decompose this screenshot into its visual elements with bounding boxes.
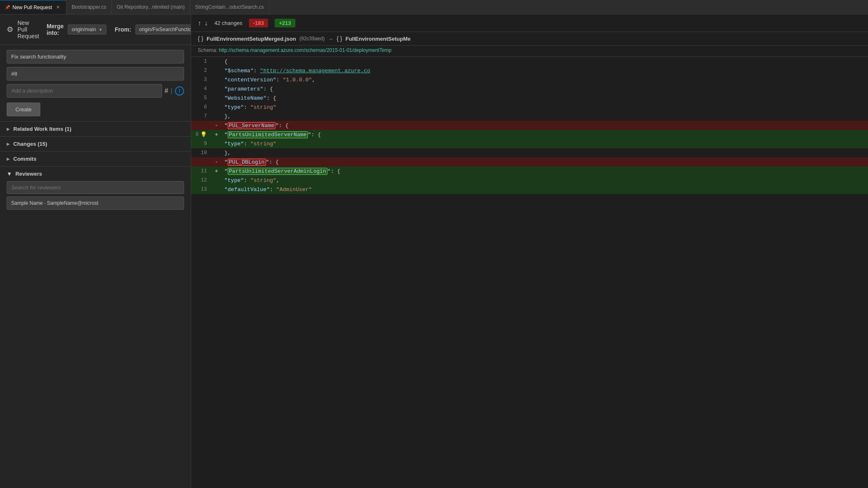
right-panel: ↑ ↓ 42 changes -183 +213 { } FullEnviron… bbox=[191, 15, 868, 488]
arrow-down-icon[interactable]: ↓ bbox=[204, 20, 208, 27]
line-number bbox=[191, 157, 212, 167]
line-number bbox=[191, 121, 212, 130]
tab-string-contain[interactable]: StringContain...oductSearch.cs bbox=[190, 0, 269, 14]
line-content: { bbox=[221, 57, 868, 66]
arrow-up-icon[interactable]: ↑ bbox=[198, 20, 201, 27]
tab-pin-icon: 📌 bbox=[5, 5, 10, 10]
section-title-changes: Changes (15) bbox=[13, 141, 47, 147]
reviewer-name: Sample Name · SampleName@microst bbox=[11, 200, 98, 206]
chevron-right-icon: ▶ bbox=[7, 127, 10, 131]
line-content: "$schema": "http://schema.management.azu… bbox=[221, 66, 868, 75]
line-content: "contentVersion": "1.0.0.0", bbox=[221, 75, 868, 84]
pr-number-input[interactable] bbox=[7, 67, 184, 81]
line-number: 12 bbox=[191, 176, 212, 185]
reviewers-title: Reviewers bbox=[15, 171, 42, 177]
reviewers-header[interactable]: ▼ Reviewers bbox=[7, 171, 184, 177]
line-indicator bbox=[212, 176, 221, 185]
info-icon[interactable]: i bbox=[175, 86, 184, 96]
schema-url: http://schema.management.azure.com/schem… bbox=[219, 47, 392, 53]
section-title-commits: Commits bbox=[13, 156, 37, 162]
line-indicator bbox=[212, 75, 221, 84]
line-indicator-minus: - bbox=[212, 157, 221, 167]
from-branch-selector[interactable]: origin/FixSearchFunctionality ▼ bbox=[135, 25, 191, 34]
section-header-changes[interactable]: ▶ Changes (15) bbox=[7, 141, 184, 147]
file-name-right: FullEnvironmentSetupMe bbox=[345, 36, 411, 42]
arrow-right-icon: → bbox=[328, 36, 333, 42]
code-area[interactable]: 1 { 2 "$schema": "http://schema.manageme… bbox=[191, 57, 868, 488]
pr-title-label: New Pull Request bbox=[17, 20, 39, 39]
tab-bootstrapper[interactable]: Bootstrapper.cs bbox=[66, 0, 111, 14]
section-commits: ▶ Commits bbox=[0, 151, 191, 166]
line-indicator bbox=[212, 185, 221, 194]
hash-icon: # bbox=[165, 87, 168, 95]
file-icon-right: { } bbox=[337, 35, 342, 42]
line-content: "defaultValue": "AdminUser" bbox=[221, 185, 868, 194]
merge-branch-selector[interactable]: origin/main ▼ bbox=[68, 25, 106, 34]
line-content: "PartsUnlimitedServerAdminLogin": { bbox=[221, 167, 868, 176]
description-input[interactable] bbox=[7, 84, 162, 98]
diff-header: ↑ ↓ 42 changes -183 +213 bbox=[191, 15, 868, 32]
line-content: "PartsUnlimitedServerName": { bbox=[221, 130, 868, 139]
line-content: "parameters": { bbox=[221, 84, 868, 93]
line-content: }, bbox=[221, 148, 868, 157]
code-line-deleted: - "PUL_DBLogin": { bbox=[191, 157, 868, 167]
line-indicator bbox=[212, 84, 221, 93]
schema-bar: Schema: http://schema.management.azure.c… bbox=[191, 46, 868, 57]
section-title-work-items: Related Work Items (1) bbox=[13, 126, 71, 132]
code-line: 1 { bbox=[191, 57, 868, 66]
title-input[interactable] bbox=[7, 50, 184, 64]
line-number: 9 bbox=[191, 139, 212, 148]
line-content: "WebsiteName": { bbox=[221, 93, 868, 103]
line-indicator bbox=[212, 139, 221, 148]
description-row: # | i bbox=[7, 84, 184, 98]
line-content: "type": "string" bbox=[221, 139, 868, 148]
code-line: 10 }, bbox=[191, 148, 868, 157]
line-indicator bbox=[212, 93, 221, 103]
line-indicator-minus: - bbox=[212, 121, 221, 130]
main-layout: ⚙ New Pull Request Merge into: origin/ma… bbox=[0, 15, 868, 488]
line-number: 7 bbox=[191, 112, 212, 121]
merge-branch-arrow-icon: ▼ bbox=[98, 27, 103, 32]
code-line: 13 "defaultValue": "AdminUser" bbox=[191, 185, 868, 194]
chevron-right-icon-changes: ▶ bbox=[7, 142, 10, 146]
code-line-added: 8 💡 + "PartsUnlimitedServerName": { bbox=[191, 130, 868, 139]
pr-header: ⚙ New Pull Request Merge into: origin/ma… bbox=[0, 15, 191, 45]
search-reviewers-input[interactable] bbox=[7, 181, 184, 194]
pr-icon: ⚙ bbox=[7, 24, 13, 35]
code-line: 3 "contentVersion": "1.0.0.0", bbox=[191, 75, 868, 84]
code-line: 5 "WebsiteName": { bbox=[191, 93, 868, 103]
deletions-badge: -183 bbox=[249, 19, 268, 27]
line-indicator-plus: + bbox=[212, 130, 221, 139]
section-header-commits[interactable]: ▶ Commits bbox=[7, 156, 184, 162]
code-line: 7 }, bbox=[191, 112, 868, 121]
line-indicator bbox=[212, 148, 221, 157]
line-number: 4 bbox=[191, 84, 212, 93]
line-number: 1 bbox=[191, 57, 212, 66]
file-name-left: FullEnvironmentSetupMerged.json bbox=[207, 36, 296, 42]
file-hash: (92c39aed) bbox=[300, 36, 325, 42]
line-content: }, bbox=[221, 112, 868, 121]
section-header-work-items[interactable]: ▶ Related Work Items (1) bbox=[7, 126, 184, 132]
merge-into-label: Merge into: bbox=[47, 23, 64, 36]
section-changes: ▶ Changes (15) bbox=[0, 136, 191, 151]
code-line: 6 "type": "string" bbox=[191, 103, 868, 112]
tab-new-pull-request[interactable]: 📌 New Pull Request ✕ bbox=[0, 0, 66, 14]
changes-count: 42 changes bbox=[214, 20, 242, 26]
line-indicator bbox=[212, 66, 221, 75]
file-icon: { } bbox=[198, 35, 203, 42]
file-path-bar: { } FullEnvironmentSetupMerged.json (92c… bbox=[191, 32, 868, 46]
divider: | bbox=[171, 87, 172, 95]
reviewer-item: Sample Name · SampleName@microst bbox=[7, 196, 184, 210]
line-number: 6 bbox=[191, 103, 212, 112]
tab-git-repository[interactable]: Git Repository...nlimited (main) bbox=[112, 0, 190, 14]
create-button[interactable]: Create bbox=[7, 103, 40, 116]
reviewers-section: ▼ Reviewers Sample Name · SampleName@mic… bbox=[0, 166, 191, 214]
line-content: "type": "string" bbox=[221, 103, 868, 112]
code-line-deleted: - "PUL_ServerName": { bbox=[191, 121, 868, 130]
additions-badge: +213 bbox=[275, 19, 295, 27]
tab-label: New Pull Request bbox=[12, 5, 52, 10]
schema-label: Schema: bbox=[198, 47, 217, 53]
tab-close-button[interactable]: ✕ bbox=[54, 4, 61, 11]
chevron-down-icon-reviewers: ▼ bbox=[7, 171, 12, 177]
code-line: 9 "type": "string" bbox=[191, 139, 868, 148]
